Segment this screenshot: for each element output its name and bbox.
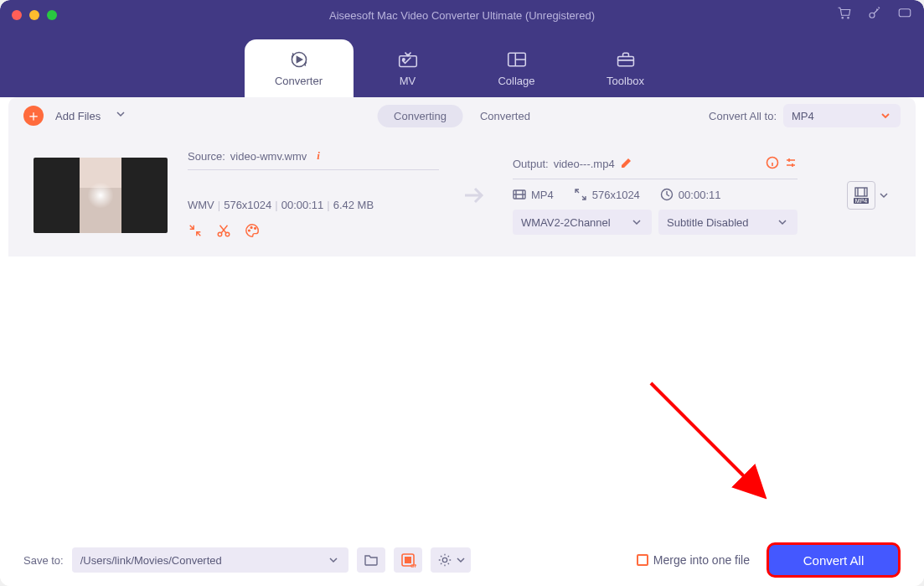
subtitle-dropdown[interactable]: Subtitle Disabled [658, 210, 798, 235]
merge-label: Merge into one file [653, 553, 750, 567]
segment-converted[interactable]: Converted [463, 105, 547, 127]
close-window-button[interactable] [12, 10, 22, 20]
file-row: Source: video-wmv.wmv i WMV| 576x1024| 0… [8, 134, 916, 257]
segment-converting[interactable]: Converting [377, 105, 463, 127]
output-label: Output: [513, 158, 549, 170]
output-dims: 576x1024 [592, 189, 640, 201]
key-icon[interactable] [867, 6, 882, 24]
convert-all-button[interactable]: Convert All [767, 542, 901, 578]
info-icon[interactable]: i [317, 149, 320, 163]
output-filename: video---.mp4 [554, 158, 615, 170]
tab-toolbox[interactable]: Toolbox [571, 39, 680, 97]
source-codec: WMV [188, 199, 214, 211]
merge-checkbox[interactable] [637, 554, 648, 566]
svg-point-8 [218, 232, 222, 236]
chevron-down-icon [776, 215, 789, 229]
svg-point-5 [402, 59, 405, 61]
svg-rect-18 [405, 557, 411, 563]
source-label: Source: [188, 150, 225, 163]
toolbar-row: ＋ Add Files Converting Converted Convert… [8, 97, 916, 134]
svg-point-0 [870, 13, 875, 18]
tab-label: Toolbox [607, 75, 644, 87]
output-info-icon[interactable] [766, 156, 779, 172]
svg-point-10 [249, 230, 250, 231]
enhance-icon[interactable] [784, 156, 798, 172]
compress-icon[interactable] [188, 223, 203, 241]
add-files-label: Add Files [55, 110, 101, 122]
save-path-field[interactable]: /Users/link/Movies/Converted [72, 547, 348, 573]
cart-icon[interactable] [837, 6, 852, 24]
tab-label: MV [400, 75, 416, 87]
output-duration: 00:00:11 [679, 189, 721, 201]
format-select-value: MP4 [792, 110, 814, 122]
edit-icon[interactable] [620, 156, 633, 172]
window-title: Aiseesoft Mac Video Converter Ultimate (… [329, 9, 595, 22]
output-format: MP4 [531, 189, 554, 201]
svg-point-11 [250, 227, 252, 229]
svg-rect-4 [399, 56, 416, 67]
palette-icon[interactable] [245, 223, 260, 241]
output-format-tile[interactable]: MP4 [847, 181, 875, 210]
chevron-down-icon [327, 553, 340, 567]
save-to-label: Save to: [23, 554, 64, 567]
chevron-down-icon [879, 109, 892, 122]
format-chevron-icon[interactable] [877, 189, 890, 202]
convert-all-to-label: Convert All to: [709, 110, 777, 122]
source-dims: 576x1024 [224, 199, 271, 211]
gear-icon [437, 552, 452, 568]
audio-dropdown[interactable]: WMAV2-2Channel [513, 210, 652, 235]
source-duration: 00:00:11 [281, 199, 324, 211]
svg-point-20 [442, 557, 447, 562]
source-size: 6.42 MB [333, 199, 374, 211]
titlebar: Aiseesoft Mac Video Converter Ultimate (… [0, 0, 924, 30]
format-tile-label: MP4 [854, 198, 869, 204]
tab-converter[interactable]: Converter [245, 39, 354, 97]
subtitle-dropdown-value: Subtitle Disabled [667, 216, 749, 229]
svg-marker-3 [297, 57, 302, 63]
clock-icon [660, 188, 674, 201]
video-thumbnail[interactable] [34, 158, 168, 233]
arrow-icon [459, 185, 493, 205]
cut-icon[interactable] [216, 223, 231, 241]
tab-label: Converter [275, 75, 323, 87]
main-tabs: Converter MV Collage Toolbox [0, 30, 924, 97]
source-filename: video-wmv.wmv [230, 150, 307, 163]
svg-point-9 [225, 232, 230, 236]
tab-collage[interactable]: Collage [462, 39, 571, 97]
svg-text:ON: ON [410, 563, 416, 568]
minimize-window-button[interactable] [29, 10, 39, 20]
bottom-bar: Save to: /Users/link/Movies/Converted ON… [0, 534, 924, 586]
svg-point-12 [255, 227, 256, 229]
add-files-dropdown-icon[interactable] [114, 107, 127, 124]
svg-rect-7 [617, 57, 633, 66]
save-path-value: /Users/link/Movies/Converted [80, 554, 222, 567]
gpu-accel-button[interactable]: ON [394, 547, 422, 573]
film-icon [854, 187, 868, 197]
svg-rect-16 [855, 188, 867, 196]
convert-all-format-select[interactable]: MP4 [783, 104, 901, 127]
empty-area [0, 257, 924, 534]
open-folder-button[interactable] [357, 547, 385, 573]
settings-button[interactable] [431, 547, 471, 573]
chevron-down-icon [630, 215, 643, 229]
add-files-button[interactable]: ＋ [23, 106, 44, 126]
audio-dropdown-value: WMAV2-2Channel [521, 216, 611, 229]
maximize-window-button[interactable] [47, 10, 57, 20]
feedback-icon[interactable] [897, 6, 912, 24]
resolution-icon [574, 188, 587, 201]
chevron-down-icon [454, 553, 467, 567]
tab-label: Collage [498, 75, 534, 87]
video-icon [513, 188, 526, 201]
tab-mv[interactable]: MV [354, 39, 462, 97]
